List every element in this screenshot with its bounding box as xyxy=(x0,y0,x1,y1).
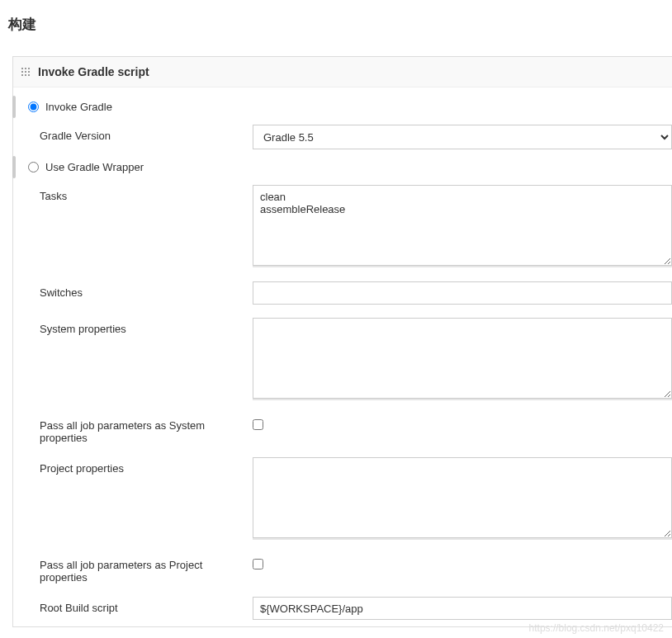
tasks-textarea[interactable]: clean assembleRelease xyxy=(253,185,672,266)
project-properties-label: Project properties xyxy=(21,457,253,475)
tasks-row: Tasks clean assembleRelease xyxy=(21,178,672,275)
project-properties-textarea[interactable] xyxy=(253,457,672,538)
invoke-gradle-radio-row: Invoke Gradle xyxy=(21,96,672,118)
pass-system-label: Pass all job parameters as System proper… xyxy=(21,414,253,444)
root-build-input[interactable] xyxy=(253,597,672,620)
system-properties-row: System properties xyxy=(21,311,672,408)
gradle-version-label: Gradle Version xyxy=(21,125,253,142)
drag-handle-icon[interactable] xyxy=(20,66,31,78)
radio-active-indicator xyxy=(12,96,16,118)
pass-system-row: Pass all job parameters as System proper… xyxy=(21,408,672,451)
pass-system-checkbox[interactable] xyxy=(253,419,263,430)
build-section: Invoke Gradle script Invoke Gradle Gradl… xyxy=(12,56,672,627)
switches-label: Switches xyxy=(21,281,253,299)
pass-project-checkbox[interactable] xyxy=(253,559,263,569)
pass-project-label: Pass all job parameters as Project prope… xyxy=(21,554,253,584)
page-title: 构建 xyxy=(0,0,672,44)
invoke-gradle-radio[interactable] xyxy=(28,102,39,112)
section-header[interactable]: Invoke Gradle script xyxy=(13,57,672,87)
use-wrapper-label: Use Gradle Wrapper xyxy=(45,161,144,173)
root-build-label: Root Build script xyxy=(21,597,253,614)
project-properties-row: Project properties xyxy=(21,451,672,547)
system-properties-textarea[interactable] xyxy=(253,318,672,399)
system-properties-label: System properties xyxy=(21,318,253,335)
form-body: Invoke Gradle Gradle Version Gradle 5.5 … xyxy=(13,87,672,626)
pass-project-row: Pass all job parameters as Project prope… xyxy=(21,547,672,590)
use-wrapper-radio-row: Use Gradle Wrapper xyxy=(21,156,672,178)
use-wrapper-radio[interactable] xyxy=(28,162,39,172)
gradle-version-select[interactable]: Gradle 5.5 xyxy=(253,125,672,149)
switches-input[interactable] xyxy=(253,281,672,305)
root-build-row: Root Build script xyxy=(21,590,672,626)
invoke-gradle-label: Invoke Gradle xyxy=(45,101,112,113)
section-title: Invoke Gradle script xyxy=(38,65,149,78)
tasks-label: Tasks xyxy=(21,185,253,202)
switches-row: Switches xyxy=(21,275,672,311)
radio-inactive-indicator xyxy=(12,156,16,178)
gradle-version-row: Gradle Version Gradle 5.5 xyxy=(21,118,672,156)
